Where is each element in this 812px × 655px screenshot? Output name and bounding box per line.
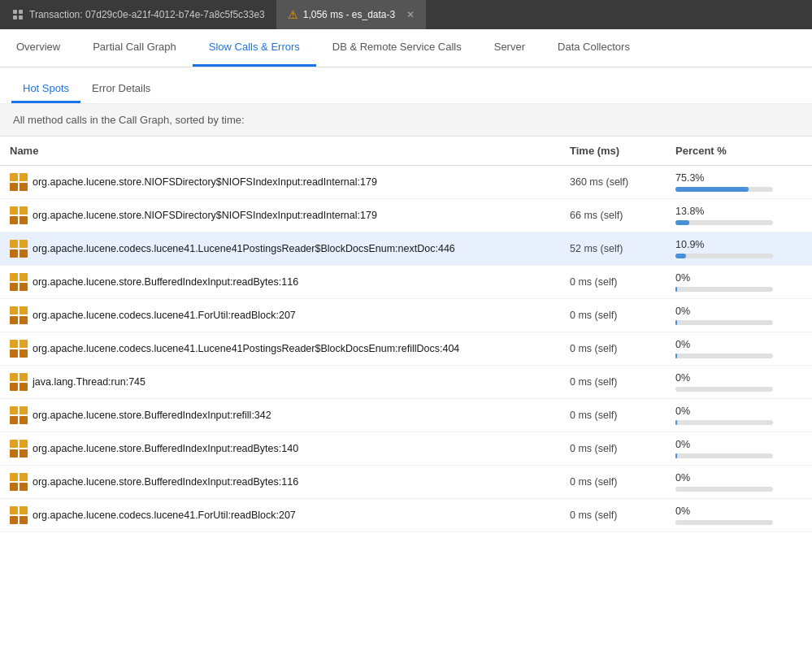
- method-name: org.apache.lucene.store.NIOFSDirectory$N…: [33, 210, 377, 221]
- table-row[interactable]: java.lang.Thread:run:745 0 ms (self) 0%: [0, 366, 812, 399]
- tab-partial-call-graph[interactable]: Partial Call Graph: [76, 29, 193, 67]
- method-name: org.apache.lucene.store.BufferedIndexInp…: [33, 410, 271, 421]
- tab-overview[interactable]: Overview: [0, 29, 76, 67]
- percent-bar-fill: [675, 187, 749, 192]
- tab-data-collectors[interactable]: Data Collectors: [541, 29, 646, 67]
- method-name: org.apache.lucene.store.BufferedIndexInp…: [33, 276, 298, 288]
- transaction-tab[interactable]: Transaction: 07d29c0e-a21f-4012-b74e-7a8…: [0, 0, 276, 29]
- method-name: org.apache.lucene.store.NIOFSDirectory$N…: [33, 176, 377, 188]
- percent-bar-bg: [675, 487, 773, 492]
- percent-bar-fill: [675, 320, 677, 325]
- method-icon: [10, 206, 28, 224]
- table-row[interactable]: org.apache.lucene.codecs.lucene41.Lucene…: [0, 332, 812, 366]
- transaction-icon: [11, 8, 24, 21]
- percent-bar-fill: [675, 354, 677, 358]
- percent-cell: 0%: [666, 399, 812, 432]
- method-name: org.apache.lucene.codecs.lucene41.ForUti…: [33, 510, 296, 521]
- svg-rect-3: [19, 15, 23, 20]
- time-cell: 52 ms (self): [560, 232, 666, 266]
- table-row[interactable]: org.apache.lucene.codecs.lucene41.Lucene…: [0, 232, 812, 266]
- time-cell: 0 ms (self): [560, 299, 666, 332]
- method-icon: [10, 306, 28, 324]
- percent-bar-bg: [675, 387, 773, 392]
- percent-bar-bg: [675, 254, 773, 258]
- percent-bar-bg: [675, 420, 773, 425]
- percent-label: 0%: [675, 439, 802, 450]
- table-row[interactable]: org.apache.lucene.store.BufferedIndexInp…: [0, 432, 812, 466]
- col-header-name: Name: [0, 137, 560, 166]
- percent-cell: 0%: [666, 266, 812, 299]
- table-row[interactable]: org.apache.lucene.store.NIOFSDirectory$N…: [0, 166, 812, 199]
- percent-label: 0%: [675, 306, 802, 317]
- percent-bar-fill: [675, 287, 677, 292]
- percent-cell: 0%: [666, 366, 812, 399]
- table-row[interactable]: org.apache.lucene.store.BufferedIndexInp…: [0, 399, 812, 432]
- method-name: org.apache.lucene.codecs.lucene41.Lucene…: [33, 243, 455, 254]
- time-cell: 0 ms (self): [560, 432, 666, 466]
- table-row[interactable]: org.apache.lucene.codecs.lucene41.ForUti…: [0, 499, 812, 532]
- main-nav: Overview Partial Call Graph Slow Calls &…: [0, 29, 812, 67]
- time-cell: 0 ms (self): [560, 466, 666, 499]
- method-icon: [10, 406, 28, 424]
- percent-bar-bg: [675, 453, 773, 458]
- percent-cell: 0%: [666, 332, 812, 366]
- percent-cell: 0%: [666, 466, 812, 499]
- name-cell: org.apache.lucene.store.BufferedIndexInp…: [0, 399, 560, 432]
- data-table-wrapper: Name Time (ms) Percent % org.apache.luce…: [0, 137, 812, 532]
- method-icon: [10, 373, 28, 391]
- warning-icon: ⚠: [288, 8, 298, 21]
- table-row[interactable]: org.apache.lucene.store.BufferedIndexInp…: [0, 466, 812, 499]
- method-calls-table: Name Time (ms) Percent % org.apache.luce…: [0, 137, 812, 532]
- percent-label: 75.3%: [675, 172, 802, 184]
- session-tab-label: 1,056 ms - es_data-3: [303, 9, 395, 20]
- time-cell: 66 ms (self): [560, 199, 666, 232]
- col-header-percent: Percent %: [666, 137, 812, 166]
- percent-label: 0%: [675, 406, 802, 417]
- time-cell: 0 ms (self): [560, 332, 666, 366]
- percent-label: 0%: [675, 472, 802, 484]
- close-tab-button[interactable]: ✕: [406, 9, 415, 20]
- method-name: org.apache.lucene.codecs.lucene41.ForUti…: [33, 310, 296, 321]
- method-icon: [10, 240, 28, 258]
- percent-bar-bg: [675, 287, 773, 292]
- percent-bar-fill: [675, 220, 689, 225]
- percent-cell: 0%: [666, 432, 812, 466]
- method-icon: [10, 273, 28, 291]
- method-icon: [10, 473, 28, 491]
- percent-label: 0%: [675, 505, 802, 517]
- table-row[interactable]: org.apache.lucene.store.BufferedIndexInp…: [0, 266, 812, 299]
- method-icon: [10, 173, 28, 191]
- percent-cell: 10.9%: [666, 232, 812, 266]
- percent-cell: 0%: [666, 299, 812, 332]
- method-name: java.lang.Thread:run:745: [33, 376, 145, 388]
- svg-rect-0: [13, 10, 17, 14]
- name-cell: org.apache.lucene.store.NIOFSDirectory$N…: [0, 199, 560, 232]
- percent-label: 0%: [675, 372, 802, 384]
- info-bar: All method calls in the Call Graph, sort…: [0, 104, 812, 137]
- name-cell: java.lang.Thread:run:745: [0, 366, 560, 399]
- name-cell: org.apache.lucene.store.BufferedIndexInp…: [0, 432, 560, 466]
- percent-bar-bg: [675, 354, 773, 358]
- name-cell: org.apache.lucene.codecs.lucene41.ForUti…: [0, 299, 560, 332]
- transaction-tab-label: Transaction: 07d29c0e-a21f-4012-b74e-7a8…: [29, 9, 265, 20]
- percent-cell: 13.8%: [666, 199, 812, 232]
- percent-bar-bg: [675, 187, 773, 192]
- table-row[interactable]: org.apache.lucene.codecs.lucene41.ForUti…: [0, 299, 812, 332]
- name-cell: org.apache.lucene.store.BufferedIndexInp…: [0, 266, 560, 299]
- svg-rect-2: [13, 15, 17, 20]
- active-session-tab[interactable]: ⚠ 1,056 ms - es_data-3 ✕: [276, 0, 426, 29]
- name-cell: org.apache.lucene.store.NIOFSDirectory$N…: [0, 166, 560, 199]
- table-header-row: Name Time (ms) Percent %: [0, 137, 812, 166]
- tab-slow-calls-errors[interactable]: Slow Calls & Errors: [193, 29, 316, 67]
- percent-bar-bg: [675, 520, 773, 525]
- percent-bar-fill: [675, 254, 686, 258]
- tab-db-remote[interactable]: DB & Remote Service Calls: [316, 29, 478, 67]
- percent-bar-fill: [675, 420, 677, 425]
- table-row[interactable]: org.apache.lucene.store.NIOFSDirectory$N…: [0, 199, 812, 232]
- method-icon: [10, 506, 28, 524]
- subtab-hot-spots[interactable]: Hot Spots: [11, 76, 80, 103]
- svg-rect-1: [19, 10, 23, 14]
- tab-server[interactable]: Server: [478, 29, 541, 67]
- subtab-error-details[interactable]: Error Details: [80, 76, 162, 103]
- time-cell: 0 ms (self): [560, 399, 666, 432]
